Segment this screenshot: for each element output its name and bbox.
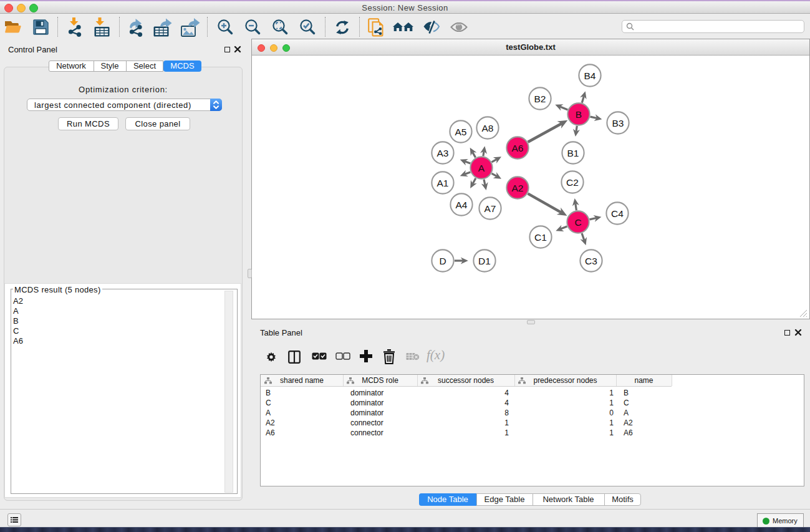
- svg-text:C: C: [574, 217, 581, 228]
- svg-text:B: B: [576, 109, 582, 120]
- svg-text:A5: A5: [455, 127, 467, 137]
- svg-text:C4: C4: [611, 208, 624, 219]
- svg-text:A2: A2: [512, 183, 524, 193]
- svg-text:D1: D1: [478, 256, 491, 266]
- svg-text:B1: B1: [567, 148, 579, 158]
- svg-text:A: A: [478, 163, 485, 173]
- svg-text:C1: C1: [534, 232, 547, 243]
- svg-text:A7: A7: [485, 203, 496, 214]
- svg-text:C2: C2: [566, 177, 579, 188]
- svg-text:A6: A6: [512, 143, 524, 153]
- svg-text:B2: B2: [534, 94, 546, 104]
- svg-text:C3: C3: [585, 256, 597, 266]
- svg-text:A1: A1: [437, 178, 449, 188]
- svg-text:B3: B3: [612, 118, 624, 128]
- svg-text:A3: A3: [437, 148, 449, 158]
- svg-text:B4: B4: [584, 70, 596, 81]
- svg-text:D: D: [439, 256, 446, 266]
- svg-text:A8: A8: [482, 123, 494, 133]
- svg-text:A4: A4: [456, 200, 468, 210]
